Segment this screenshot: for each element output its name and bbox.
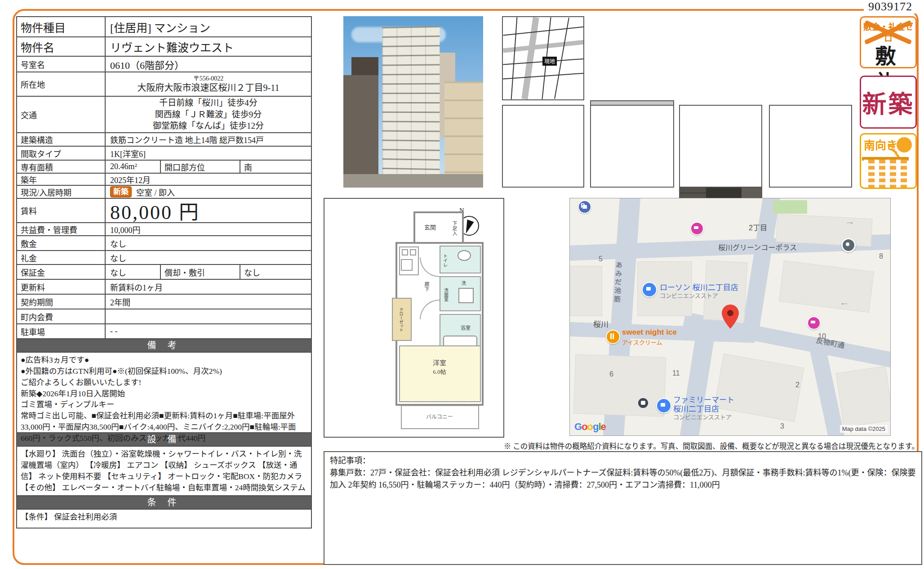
block-number: 5 [599, 255, 603, 263]
row-label: 間取タイプ [17, 147, 106, 160]
conditions-header: 条 件 [16, 495, 312, 510]
poi-label-green-corp: 桜川グリーンコーポラス [718, 242, 797, 252]
floor-plan: N 玄関 下足入 トイレ 洗面室 洗 浴室 クローゼット 廊下 洋室 6.0帖 … [324, 198, 504, 438]
row-value: なし [106, 265, 161, 279]
new-construction-text: 新築 [862, 85, 915, 120]
table-row: 間取タイプ 1K[洋室6] [16, 146, 312, 161]
toilet-bowl-icon [458, 250, 471, 261]
poi-sublabel-lawson: コンビニエンスストア [660, 291, 718, 300]
block-number: 11 [672, 369, 680, 377]
table-row: 交通 千日前線「桜川」徒歩4分 関西線「ＪＲ難波」徒歩9分 御堂筋線「なんば」徒… [16, 96, 312, 133]
south-facing-badge: 南向き [860, 133, 917, 189]
row-value [106, 309, 311, 323]
sketch-line [511, 17, 518, 99]
poi-sublabel-sweet: アイスクリーム [622, 338, 662, 346]
row-label: 専有面積 [17, 161, 106, 173]
row-value: 10,000円 [106, 223, 311, 235]
row-label: 共益費・管理費 [17, 223, 106, 235]
remarks-header: 備 考 [16, 338, 312, 353]
neighbor-building [343, 75, 378, 188]
table-row: 専有面積 20.46m² 開口部方位 南 [16, 160, 312, 174]
sketch-road [521, 17, 539, 99]
shoe-closet-label: 下足入 [449, 215, 460, 241]
table-row: 保証金 なし 償却・敷引 なし [16, 264, 312, 280]
familymart-icon [656, 398, 671, 413]
bath-label: 浴室 [456, 323, 475, 332]
transit-line: 関西線「ＪＲ難波」徒歩9分 [155, 109, 262, 121]
table-row: 町内会費 [16, 309, 312, 324]
hallway-label: 廊下 [422, 275, 431, 298]
balcony-label: バルコニー [413, 412, 466, 421]
main-tower [382, 26, 440, 175]
toilet-label: トイレ [440, 248, 449, 273]
google-letter: g [593, 421, 598, 433]
remarks-line: ご紹介よろしくお願いいたします! [21, 377, 307, 388]
washer-label: 洗 [459, 278, 468, 287]
street [343, 174, 483, 188]
bus-stop-icon [638, 398, 648, 408]
row-label: 交通 [17, 97, 106, 132]
map-building [714, 354, 804, 422]
table-row: 賃料 80,000 円 [16, 198, 312, 223]
table-row: 敷金 なし [16, 235, 312, 251]
row-value: なし [106, 251, 311, 264]
western-room-label: 洋室 [422, 357, 458, 367]
conditions-text: 【条件】 保証会社利用必須 [21, 511, 307, 523]
neighbor-building-beige [444, 81, 483, 176]
row-label-2: 償却・敷引 [161, 265, 240, 279]
row-value: 0610（6階部分） [106, 57, 311, 72]
row-label: 賃料 [17, 199, 106, 222]
row-label: 現況/入居時期 [17, 186, 106, 198]
hotel-pin-icon [690, 222, 704, 235]
row-value: なし [106, 236, 311, 250]
hotel-pin-icon [807, 316, 821, 330]
reference-number: 9039172 [864, 0, 917, 13]
row-label: 建築構造 [17, 133, 106, 146]
table-row: 号室名 0610（6階部分） [16, 56, 312, 72]
equipment-block: 【水廻り】 洗面台（独立）・浴室乾燥機・シャワートイレ・バス・トイレ別・洗濯機置… [16, 446, 312, 496]
row-label: 保証金 [17, 265, 106, 279]
row-label: 礼金 [17, 251, 106, 264]
table-row: 契約期間 2年間 [16, 294, 312, 309]
table-row: 駐車場 - - [16, 323, 312, 339]
google-letter: G [574, 421, 582, 433]
google-letter: o [587, 421, 593, 433]
row-value: 1K[洋室6] [106, 147, 311, 160]
sun-icon [897, 137, 912, 152]
row-value: - - [106, 324, 311, 338]
sink-cabinet-icon [458, 288, 474, 303]
equipment-text: 【水廻り】 洗面台（独立）・浴室乾燥機・シャワートイレ・バス・トイレ別・洗濯機置… [21, 448, 307, 493]
block-number: 3 [780, 422, 784, 430]
house-icon [864, 160, 907, 188]
map-building [779, 260, 874, 313]
row-value: 2025年12月 [106, 174, 311, 185]
stove-icon [410, 249, 416, 255]
transit-line: 千日前線「桜川」徒歩4分 [159, 97, 258, 109]
address: 大阪府大阪市浪速区桜川２丁目9-11 [138, 83, 280, 93]
row-value: 新賃料の1ヶ月 [106, 280, 311, 294]
row-label: 所在地 [17, 72, 106, 96]
stove-icon [402, 249, 408, 255]
row-label: 更新料 [17, 280, 106, 294]
special-notes-text: 募集戸数：27戸・保証会社：保証会社利用必須 レジデンシャルパートナーズ保証料:… [330, 467, 916, 491]
table-row: 礼金 なし [16, 250, 312, 265]
map-building [570, 266, 602, 316]
block-number: 2 [795, 381, 800, 389]
table-row: 築年 2025年12月 [16, 173, 312, 186]
postal-code: 〒556-0022 [193, 75, 224, 82]
one-way-arrow-icon: → [845, 215, 855, 227]
table-row: 所在地 〒556-0022 大阪府大阪市浪速区桜川２丁目9-11 [16, 72, 312, 97]
google-logo: Google [574, 421, 606, 433]
row-label: 駐車場 [17, 324, 106, 338]
empty-photo-slot [590, 105, 674, 188]
one-way-arrow-icon: ← [840, 296, 849, 308]
restaurant-icon [606, 330, 620, 344]
poi-label-sweet: sweet night ice [622, 328, 677, 337]
park-block [773, 200, 807, 214]
row-value: 鉄筋コンクリート造 地上14階 総戸数154戸 [106, 133, 311, 146]
row-label: 築年 [17, 174, 106, 185]
row-label: 号室名 [17, 57, 106, 72]
compass-needle [462, 220, 474, 235]
row-label: 契約期間 [17, 295, 106, 309]
map-building [573, 354, 666, 417]
